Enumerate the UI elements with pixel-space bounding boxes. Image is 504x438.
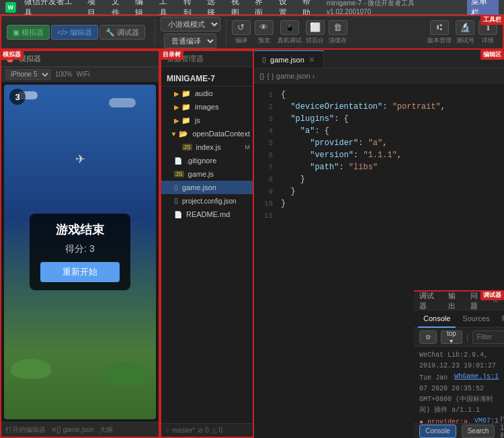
- filetree-panel: 目录树 资源管理器 MINIGAME-7 ▶ 📁 audio ▶ 📁 image…: [160, 50, 254, 438]
- line-num-5: 5: [257, 137, 273, 149]
- test-num-button[interactable]: 🔬: [456, 20, 474, 35]
- line-num-1: 1: [257, 89, 273, 101]
- tree-item-images[interactable]: ▶ 📁 images: [161, 100, 253, 114]
- footer-console-tab[interactable]: Console: [419, 425, 456, 438]
- background-label: 切后台: [306, 36, 324, 45]
- tree-item-js[interactable]: ▶ 📁 js: [161, 114, 253, 127]
- tree-label-projectconfig: project.config.json: [182, 198, 237, 205]
- log-text-1: WeChat Lib:2.9.4, 2019.12.23 19:01:27: [419, 351, 496, 369]
- code-line-5: "provider": "a",: [281, 137, 499, 149]
- project-name: MINIGAME-7: [161, 70, 253, 87]
- main-layout: 模拟器 模拟器 iPhone 5 100% WiFi ✈: [0, 50, 504, 438]
- toolbar: ▣ 模拟器 </> 编辑器 🔧 调试器 小游戏模式 普通编译 ↺ 编译: [0, 15, 504, 50]
- simulator-panel: 模拟器 模拟器 iPhone 5 100% WiFi ✈: [0, 50, 160, 438]
- tree-item-projectconfig[interactable]: {} project.config.json: [161, 194, 253, 208]
- line-num-10: 10: [257, 198, 273, 210]
- tab-close-button[interactable]: ✕: [308, 55, 315, 64]
- debug-tab-output[interactable]: 输出: [448, 291, 462, 311]
- file-icon-gitignore: 📄: [174, 157, 182, 165]
- tree-item-readme[interactable]: 📄 README.md: [161, 208, 253, 221]
- preview-button[interactable]: 👁: [255, 20, 274, 35]
- error-dot: ●: [419, 419, 427, 423]
- console-tab-console[interactable]: Console: [418, 310, 456, 328]
- tree-label-audio: audio: [195, 89, 213, 97]
- editor-button[interactable]: </> 编辑器: [51, 25, 98, 40]
- compile-select[interactable]: 普通编译: [164, 34, 216, 48]
- clear-label: 清缓存: [329, 36, 347, 45]
- version-mgmt-button[interactable]: ⑆: [430, 20, 449, 35]
- folder-icon-js: ▶: [174, 117, 179, 124]
- console-tab-sources[interactable]: Sources: [457, 310, 495, 328]
- footer-search-tab[interactable]: Search: [462, 425, 495, 438]
- log-file-1[interactable]: WhGame.js:1: [454, 371, 499, 382]
- toolbar-compile-group: ↺ 编译: [232, 20, 251, 45]
- editor-annotation: 编辑区: [480, 50, 504, 60]
- tree-label-gitignore: .gitignore: [186, 157, 216, 165]
- folder-color-icon-images: 📁: [181, 103, 191, 112]
- filter-input[interactable]: [472, 331, 504, 344]
- menu-bar: W 微信开发者工具 项目 文件 编辑 工具 转到 选择 视图 界面 设置 帮助 …: [0, 0, 504, 15]
- tree-label-gamejs: game.js: [188, 170, 214, 178]
- game-overlay: 游戏结束 得分: 3 重新开始: [30, 214, 130, 290]
- real-debug-label: 真机调试: [278, 36, 302, 45]
- code-line-10: }: [281, 198, 499, 210]
- simulator-btn-icon: ▣: [13, 28, 19, 37]
- real-debug-button[interactable]: 📱: [280, 20, 299, 35]
- compile-label: 编译: [235, 36, 247, 45]
- tree-item-gamejs[interactable]: JS game.js: [161, 167, 253, 181]
- restart-button[interactable]: 重新开始: [40, 262, 120, 282]
- test-num-group: 🔬 测试号: [456, 20, 474, 45]
- code-line-7: "path": "libs": [281, 161, 499, 173]
- tree-item-gamejson[interactable]: {} game.json: [161, 181, 253, 194]
- debugger-btn-icon: 🔧: [106, 28, 115, 37]
- background-button[interactable]: ⬜: [306, 20, 325, 35]
- device-select[interactable]: iPhone 5: [5, 69, 51, 80]
- folder-icon-opendata: ▼: [170, 130, 177, 138]
- phone-screen: ✈ 3 游戏结束 得分: 3 重新开始: [4, 85, 156, 419]
- top-select-button[interactable]: top ▾: [441, 331, 462, 344]
- tree-item-opendata[interactable]: ▼ 📂 openDataContext: [161, 127, 253, 140]
- footer-errors: ⊘ 0: [198, 427, 208, 434]
- game-over-text: 游戏结束: [40, 222, 120, 238]
- console-content: WeChat Lib:2.9.4, 2019.12.23 19:01:27 Wh…: [414, 347, 504, 423]
- toolbar-real-debug-group: 📱 真机调试: [278, 20, 302, 45]
- debug-tab-debugger[interactable]: 调试器: [419, 291, 440, 311]
- clear-console-button[interactable]: ⊘: [419, 331, 437, 344]
- tree-label-images: images: [195, 103, 218, 111]
- breadcrumb-text: { } game.json ›: [267, 72, 314, 80]
- simulator-bottom-status: 打开的编辑器 ✕{} game.json 大纲: [1, 422, 159, 437]
- tree-item-indexjs[interactable]: JS index.js M: [161, 140, 253, 154]
- modified-badge: M: [245, 144, 251, 150]
- line-num-2: 2: [257, 101, 273, 113]
- line-num-4: 4: [257, 125, 273, 137]
- toolbar-sep: |: [466, 333, 468, 341]
- tree-item-audio[interactable]: ▶ 📁 audio: [161, 87, 253, 100]
- folder-color-icon-opendata: 📂: [179, 130, 188, 138]
- app-title: minigame-7 - 微信开发者工具 v1.02.2001070: [327, 0, 459, 15]
- game-background: ✈ 3 游戏结束 得分: 3 重新开始: [4, 85, 156, 419]
- console-tab-performance[interactable]: Performance: [497, 310, 504, 328]
- filetree-annotation: 目录树: [160, 50, 183, 60]
- debugger-button[interactable]: 🔧 调试器: [99, 25, 145, 40]
- compile-button[interactable]: ↺: [232, 20, 251, 35]
- line-num-11: 11: [257, 210, 273, 222]
- simulator-header: 模拟器: [1, 51, 159, 67]
- code-line-9: }: [281, 185, 499, 198]
- version-mgmt-label: 版本管理: [427, 36, 452, 45]
- zoom-label: 100%: [55, 71, 73, 78]
- clear-button[interactable]: 🗑: [329, 20, 347, 35]
- mode-select[interactable]: 小游戏模式: [161, 17, 220, 32]
- code-line-3: "plugins": {: [281, 113, 499, 125]
- tree-item-gitignore[interactable]: 📄 .gitignore: [161, 154, 253, 167]
- tree-label-opendata: openDataContext: [192, 130, 250, 138]
- test-num-label: 测试号: [456, 36, 474, 45]
- log-file-2[interactable]: VM67:1: [474, 416, 499, 423]
- footer-git-icon: ⑂: [165, 427, 169, 434]
- app-icon: W: [5, 2, 16, 13]
- filetree-footer: ⑂ master* ⊘ 0 △ 0: [161, 423, 253, 437]
- footer-warnings: △ 0: [212, 427, 222, 434]
- debug-panel: 调试器 调试器 输出 问题 ✕ Console Sources Performa…: [414, 290, 504, 438]
- simulator-button[interactable]: ▣ 模拟器: [7, 25, 50, 40]
- debugger-annotation: 调试器: [480, 290, 504, 300]
- editor-tab-gamejson[interactable]: {} game.json ✕: [254, 50, 324, 68]
